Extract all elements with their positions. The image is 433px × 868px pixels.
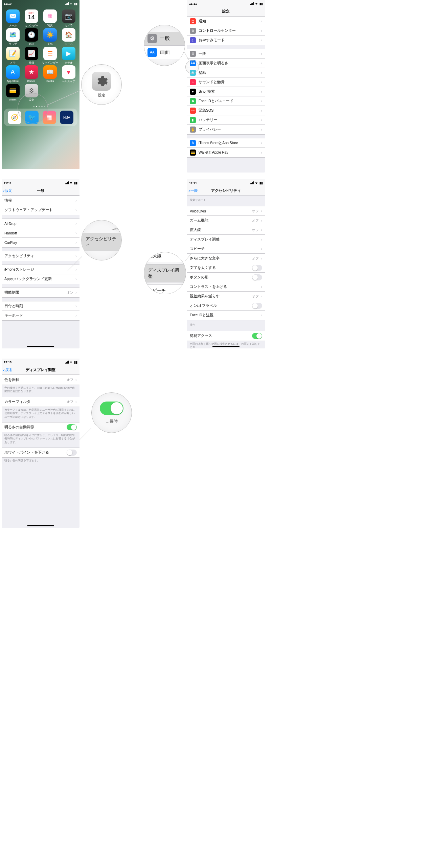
settings-row[interactable]: ⚙︎一般› xyxy=(187,49,265,59)
access-row[interactable]: ディスプレイ調整› xyxy=(187,235,265,244)
app-label: 株価 xyxy=(29,61,34,65)
back-button[interactable]: ‹設定 xyxy=(3,188,13,193)
row-icon: SOS xyxy=(190,108,196,114)
general-row[interactable]: CarPlay› xyxy=(2,238,79,247)
toggle[interactable] xyxy=(252,274,262,280)
back-button[interactable]: ‹戻る xyxy=(3,367,13,372)
general-row[interactable]: 日付と時刻› xyxy=(2,301,79,311)
row-icon: ▮ xyxy=(190,117,196,123)
app-iBooks[interactable]: 📖iBooks xyxy=(41,65,59,83)
callout-settings-app: 設定 xyxy=(81,64,122,105)
general-row[interactable]: 情報› xyxy=(2,196,79,205)
footer-note: 画面の上部を届く範囲に移動させるには、画面の下端を下にス xyxy=(187,341,265,348)
app-icon: ★ xyxy=(25,65,38,79)
settings-row[interactable]: AiTunes StoreとApp Store› xyxy=(187,138,265,148)
callout-general-label: 一般 xyxy=(160,35,170,42)
app-Wallet[interactable]: 💳Wallet xyxy=(4,84,22,102)
app-写真[interactable]: ❁写真 xyxy=(41,9,59,27)
access-row[interactable]: 拡大鏡オフ› xyxy=(187,225,265,235)
general-row[interactable]: アクセシビリティ› xyxy=(2,251,79,261)
app-iTunes[interactable]: ★iTunes xyxy=(22,65,40,83)
access-row[interactable]: VoiceOverオフ› xyxy=(187,206,265,216)
general-row[interactable]: Handoff› xyxy=(2,228,79,238)
app-ホーム[interactable]: 🏠ホーム xyxy=(60,28,77,46)
chevron-right-icon: › xyxy=(75,267,77,272)
home-indicator[interactable] xyxy=(27,346,54,347)
app-label: ビデオ xyxy=(65,61,73,65)
settings-row[interactable]: ☻Face IDとパスコード› xyxy=(187,96,265,106)
app-マップ[interactable]: 🗺️マップ xyxy=(4,28,22,46)
settings-row[interactable]: SOS緊急SOS› xyxy=(187,106,265,115)
footer-note: 明るい色の明度を下げます。 xyxy=(2,458,79,462)
chevron-right-icon: › xyxy=(261,218,262,223)
access-row[interactable]: ボタンの形 xyxy=(187,273,265,282)
chevron-right-icon: › xyxy=(261,284,262,289)
toggle-easy-access[interactable] xyxy=(252,333,262,339)
general-row[interactable]: Appのバックグラウンド更新› xyxy=(2,274,79,284)
access-row[interactable]: 文字を太くする xyxy=(187,263,265,273)
home-indicator[interactable] xyxy=(27,525,54,526)
chevron-right-icon: › xyxy=(75,277,77,281)
app-時計[interactable]: 🕙時計 xyxy=(22,28,40,46)
access-row[interactable]: 視差効果を減らすオフ› xyxy=(187,292,265,301)
access-row[interactable]: Face IDと注視› xyxy=(187,311,265,320)
app-App Store[interactable]: AApp Store xyxy=(4,65,22,83)
callout-accessibility: …ay アクセシビリティ xyxy=(81,220,122,260)
access-row[interactable]: オン/オフラベル xyxy=(187,301,265,311)
home-settings-highlight xyxy=(18,93,48,123)
toggle[interactable] xyxy=(252,303,262,309)
settings-row[interactable]: ♪サウンドと触覚› xyxy=(187,77,265,87)
row-reduce-whitepoint[interactable]: ホワイトポイントを下げる xyxy=(2,448,79,457)
row-color-filter[interactable]: カラーフィルタオフ› xyxy=(2,397,79,407)
settings-row[interactable]: ▮バッテリー› xyxy=(187,115,265,125)
row-icon: ◻︎ xyxy=(190,18,196,24)
app-カメラ[interactable]: 📷カメラ xyxy=(60,9,77,27)
general-row[interactable]: キーボード› xyxy=(2,311,79,320)
settings-row[interactable]: ⊚コントロールセンター› xyxy=(187,26,265,36)
settings-row[interactable]: ☾おやすみモード› xyxy=(187,36,265,45)
chevron-left-icon: ‹ xyxy=(3,368,5,372)
toggle-auto-brightness[interactable] xyxy=(67,424,77,430)
settings-row[interactable]: 💳WalletとApple Pay› xyxy=(187,148,265,157)
row-easy-access[interactable]: 簡易アクセス xyxy=(187,331,265,341)
access-row[interactable]: コントラストを上げる› xyxy=(187,282,265,292)
app-メール[interactable]: ✉️メール xyxy=(4,9,22,27)
app-リマインダー[interactable]: ☰リマインダー xyxy=(41,47,59,65)
footer-note: 明るさの自動調節をオフにすると、バッテリー駆動時間や長時間のディスプレイのパフォ… xyxy=(2,432,79,444)
general-row[interactable]: 機能制限オン› xyxy=(2,288,79,297)
general-row[interactable]: AirDrop› xyxy=(2,219,79,228)
back-button[interactable]: ‹一般 xyxy=(188,188,198,193)
general-row[interactable]: iPhoneストレージ› xyxy=(2,265,79,274)
access-row[interactable]: さらに大きな文字オフ› xyxy=(187,254,265,263)
dock-app[interactable]: NBA xyxy=(60,111,73,124)
app-メモ[interactable]: 📝メモ xyxy=(4,47,22,65)
access-row[interactable]: ズーム機能オフ› xyxy=(187,216,265,225)
chevron-right-icon: › xyxy=(75,304,77,309)
chevron-right-icon: › xyxy=(75,208,77,212)
app-カレンダー[interactable]: 水曜日14カレンダー xyxy=(22,9,40,27)
app-ビデオ[interactable]: ▶︎ビデオ xyxy=(60,47,77,65)
app-天気[interactable]: ☀️天気 xyxy=(41,28,59,46)
app-ヘルスケア[interactable]: ♥ヘルスケア xyxy=(60,65,77,83)
home-indicator[interactable] xyxy=(212,346,240,347)
toggle-reduce-whitepoint[interactable] xyxy=(67,450,77,456)
app-icon: 🏠 xyxy=(62,28,75,42)
app-株価[interactable]: 📈株価 xyxy=(22,47,40,65)
app-icon: 🕙 xyxy=(25,28,38,42)
settings-row[interactable]: ◻︎通知› xyxy=(187,17,265,26)
access-row[interactable]: スピーチ› xyxy=(187,244,265,254)
chevron-right-icon: › xyxy=(261,127,262,132)
toggle[interactable] xyxy=(252,265,262,271)
app-icon: ☰ xyxy=(43,47,57,60)
settings-row[interactable]: ❀壁紙› xyxy=(187,68,265,77)
general-row[interactable]: ソフトウェア・アップデート› xyxy=(2,205,79,215)
settings-row[interactable]: ✋プライバシー› xyxy=(187,125,265,134)
settings-row[interactable]: ●Siriと検索› xyxy=(187,87,265,96)
row-auto-brightness[interactable]: 明るさの自動調節 xyxy=(2,422,79,432)
row-invert-colors[interactable]: 色を反転オフ› xyxy=(2,375,79,385)
app-label: ホーム xyxy=(65,42,73,46)
app-icon: ♥ xyxy=(62,65,75,79)
chevron-right-icon: › xyxy=(261,38,262,43)
toggle-on-large xyxy=(100,402,123,415)
row-icon: ☾ xyxy=(190,37,196,43)
